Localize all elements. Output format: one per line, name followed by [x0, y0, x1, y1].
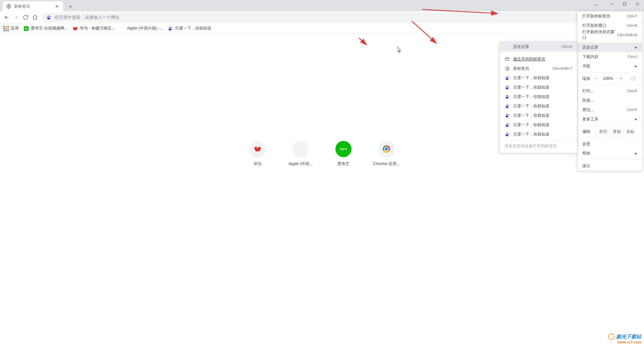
- chevron-right-icon: ▶: [635, 117, 637, 121]
- history-submenu: 历史记录Ctrl+H 最近关闭的标签页 新标签页Ctrl+Shift+T 百度一…: [499, 42, 577, 153]
- menu-new-window[interactable]: 打开新的窗口Ctrl+N: [578, 21, 642, 30]
- submenu-footer: 没有在其他设备打开的标签页: [500, 140, 577, 152]
- submenu-history-entry[interactable]: 百度一下，你就知道: [500, 130, 577, 139]
- svg-point-11: [169, 27, 170, 28]
- zoom-in-button[interactable]: +: [616, 74, 625, 83]
- svg-point-33: [506, 114, 506, 115]
- shortcut-tile: [378, 141, 394, 157]
- submenu-history-entry[interactable]: 百度一下，你就知道: [500, 83, 577, 92]
- svg-point-22: [507, 86, 507, 87]
- home-button[interactable]: [30, 13, 40, 22]
- shortcut-tile: [292, 141, 309, 157]
- minimize-button[interactable]: [606, 1, 618, 7]
- close-tab-icon[interactable]: ✕: [54, 4, 60, 9]
- svg-point-31: [508, 105, 509, 106]
- close-window-button[interactable]: [631, 1, 643, 7]
- back-button[interactable]: [2, 13, 11, 22]
- svg-point-19: [508, 77, 509, 78]
- bookmark-label: 爱奇艺-在线视频网...: [31, 26, 68, 31]
- menu-copy[interactable]: 复制: [610, 127, 624, 136]
- svg-point-21: [506, 86, 506, 87]
- menu-cast[interactable]: 投放...: [578, 96, 642, 105]
- menu-exit[interactable]: 退出: [578, 161, 642, 170]
- svg-point-38: [507, 123, 507, 124]
- baidu-paw-icon: [504, 75, 510, 81]
- submenu-history-entry[interactable]: 百度一下，你就知道: [500, 73, 577, 83]
- baidu-paw-icon: [504, 85, 510, 90]
- menu-find[interactable]: 查找...Ctrl+F: [578, 105, 642, 114]
- svg-point-43: [508, 133, 509, 134]
- globe-icon: [6, 4, 11, 9]
- iqiyi-icon: iQ: [23, 26, 29, 31]
- menu-paste[interactable]: 粘贴: [624, 127, 637, 136]
- bookmark-baidu[interactable]: 百度一下，你就知道: [168, 26, 211, 31]
- reload-button[interactable]: [21, 13, 30, 22]
- omnibox[interactable]: 在百度中搜索，或者输入一个网址: [42, 13, 580, 22]
- bookmark-label: Apple (中国大陆) -...: [127, 26, 163, 31]
- menu-history[interactable]: 历史记录▶: [578, 43, 642, 52]
- window-controls: [606, 1, 643, 7]
- watermark: 极光下载站 www.xz7.com: [608, 333, 641, 344]
- browser-tab[interactable]: 新标签页 ✕: [3, 1, 63, 11]
- menu-cut[interactable]: 剪切: [596, 127, 610, 136]
- chevron-right-icon: ▶: [635, 64, 637, 68]
- fullscreen-button[interactable]: [629, 74, 637, 83]
- shortcut-chrome-apps[interactable]: Chrome 应用...: [372, 141, 401, 167]
- svg-point-13: [171, 27, 172, 29]
- svg-point-39: [508, 124, 509, 125]
- baidu-paw-icon: [504, 122, 510, 128]
- zoom-out-button[interactable]: −: [591, 74, 599, 83]
- bookmark-label: 百度一下，你就知道: [175, 26, 211, 31]
- svg-point-4: [50, 16, 51, 17]
- watermark-logo-icon: [608, 333, 615, 340]
- svg-point-41: [506, 133, 506, 134]
- shortcut-iqiyi[interactable]: iQIYI 爱奇艺: [329, 141, 358, 167]
- bookmark-apple[interactable]: Apple (中国大陆) -...: [120, 26, 163, 31]
- shortcut-label: Chrome 应用...: [372, 161, 401, 167]
- submenu-history-entry[interactable]: 百度一下，你就知道: [500, 92, 577, 101]
- baidu-paw-icon: [504, 103, 510, 109]
- submenu-new-tab-entry[interactable]: 新标签页Ctrl+Shift+T: [500, 64, 577, 73]
- apps-grid-icon: [3, 26, 9, 31]
- menu-zoom-row: 缩放 − 100% +: [578, 74, 642, 83]
- submenu-recently-closed[interactable]: 最近关闭的标签页: [500, 54, 577, 64]
- toolbar: 在百度中搜索，或者输入一个网址: [0, 11, 644, 23]
- svg-point-42: [507, 133, 507, 134]
- shortcut-huawei[interactable]: 华为: [243, 141, 272, 167]
- menu-more-tools[interactable]: 更多工具▶: [578, 114, 642, 124]
- apple-icon: [120, 26, 125, 31]
- menu-print[interactable]: 打印...Ctrl+P: [578, 86, 642, 96]
- svg-rect-15: [505, 58, 509, 60]
- baidu-paw-icon: [168, 26, 173, 31]
- maximize-button[interactable]: [619, 1, 631, 7]
- menu-incognito[interactable]: 打开新的无痕式窗口Ctrl+Shift+N: [578, 30, 642, 40]
- forward-button[interactable]: [11, 13, 21, 22]
- menu-help[interactable]: 帮助▶: [578, 149, 642, 158]
- submenu-history-entry[interactable]: 百度一下，你就知道: [500, 120, 577, 130]
- shortcut-label: Apple (中国...: [286, 161, 315, 167]
- new-tab-button[interactable]: +: [66, 2, 75, 11]
- tab-search-icon[interactable]: [592, 2, 600, 8]
- baidu-paw-icon: [504, 132, 510, 137]
- ntp-shortcuts: 华为 Apple (中国... iQIYI 爱奇艺 Chrome 应用...: [243, 141, 401, 167]
- zoom-value: 100%: [603, 76, 613, 81]
- menu-bookmarks[interactable]: 书签▶: [578, 61, 642, 71]
- bookmark-label: 应用: [11, 26, 19, 31]
- menu-new-tab[interactable]: 打开新的标签页Ctrl+T: [578, 11, 642, 21]
- chevron-right-icon: ▶: [635, 46, 637, 49]
- shortcut-label: 华为: [243, 161, 272, 167]
- menu-settings[interactable]: 设置: [578, 139, 642, 149]
- svg-point-25: [506, 95, 506, 96]
- submenu-history-entry[interactable]: 百度一下，你就知道: [500, 101, 577, 111]
- submenu-history-entry[interactable]: 百度一下，你就知道: [500, 111, 577, 120]
- bookmark-huawei[interactable]: 华为 - 构建万物互...: [72, 26, 115, 31]
- shortcut-apple[interactable]: Apple (中国...: [286, 141, 315, 167]
- submenu-history[interactable]: 历史记录Ctrl+H: [500, 42, 577, 51]
- svg-point-34: [507, 114, 507, 115]
- svg-point-18: [507, 76, 507, 77]
- bookmark-iqiyi[interactable]: iQ 爱奇艺-在线视频网...: [23, 26, 68, 31]
- svg-point-30: [507, 104, 507, 105]
- bookmark-apps[interactable]: 应用: [3, 26, 19, 31]
- menu-edit-row: 编辑 剪切 复制 粘贴: [578, 127, 642, 136]
- menu-downloads[interactable]: 下载内容Ctrl+J: [578, 52, 642, 61]
